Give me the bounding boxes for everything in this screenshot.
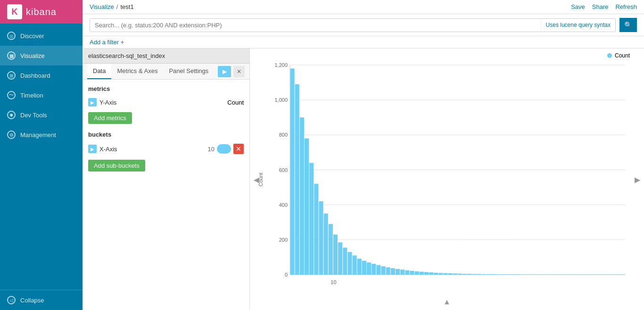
- metric-label: ▶ Y-Axis: [88, 98, 116, 106]
- tab-panel-settings[interactable]: Panel Settings: [163, 64, 214, 79]
- metric-expand-button[interactable]: ▶: [88, 98, 97, 106]
- bucket-expand-button[interactable]: ▶: [88, 145, 97, 153]
- y-axis-label: Y-Axis: [99, 99, 116, 106]
- logo-icon: K: [7, 4, 22, 19]
- share-button[interactable]: Share: [592, 3, 609, 10]
- grid-icon: ⊞: [7, 71, 16, 80]
- sidebar-item-label: Discover: [20, 33, 44, 40]
- sidebar-item-visualize[interactable]: ▦ Visualize: [0, 46, 83, 65]
- tab-actions: ▶ ✕: [218, 66, 245, 77]
- buckets-title: buckets: [88, 131, 244, 138]
- topbar: Visualize / test1 Save Share Refresh: [83, 0, 644, 14]
- bar-chart: [269, 58, 630, 291]
- gear-icon: ⚙: [7, 131, 16, 139]
- refresh-button[interactable]: Refresh: [615, 3, 637, 10]
- search-button[interactable]: 🔍: [619, 18, 637, 32]
- breadcrumb-current: test1: [120, 3, 133, 10]
- save-button[interactable]: Save: [571, 3, 585, 10]
- wrench-icon: ✱: [7, 111, 16, 119]
- chart-nav-left-button[interactable]: ◀: [254, 175, 259, 184]
- chart-area: ◀ ▶ Count Count ▲: [250, 49, 644, 310]
- run-button[interactable]: ▶: [218, 66, 231, 77]
- sidebar-item-discover[interactable]: ◎ Discover: [0, 26, 83, 46]
- chart-bottom-left-button[interactable]: ▲: [443, 298, 451, 306]
- panel-tabs: Data Metrics & Axes Panel Settings ▶ ✕: [83, 64, 249, 80]
- main-content: Visualize / test1 Save Share Refresh Use…: [83, 0, 644, 310]
- breadcrumb-visualize[interactable]: Visualize: [90, 3, 114, 10]
- sidebar-item-label: Management: [20, 131, 56, 139]
- legend-dot: [607, 53, 612, 58]
- topbar-actions: Save Share Refresh: [571, 3, 637, 10]
- sidebar-item-timelion[interactable]: 〜 Timelion: [0, 85, 83, 105]
- tab-data[interactable]: Data: [87, 64, 111, 79]
- bucket-row: ▶ X-Axis 10 ✕: [88, 142, 244, 156]
- bucket-label: ▶ X-Axis: [88, 145, 117, 153]
- wave-icon: 〜: [7, 91, 16, 99]
- logo-text: kibana: [26, 7, 57, 17]
- bar-chart-icon: ▦: [7, 51, 16, 60]
- close-button[interactable]: ✕: [233, 66, 245, 77]
- tab-metrics-axes[interactable]: Metrics & Axes: [111, 64, 163, 79]
- x-axis-label: X-Axis: [99, 146, 117, 153]
- content-area: elasticsearch-sql_test_index Data Metric…: [83, 49, 644, 310]
- sidebar-item-dashboard[interactable]: ⊞ Dashboard: [0, 65, 83, 85]
- metrics-title: metrics: [88, 85, 244, 92]
- sidebar-item-label: Timelion: [20, 92, 43, 99]
- bucket-controls: 10 ✕: [208, 144, 244, 154]
- sidebar-item-label: Dashboard: [20, 72, 50, 79]
- buckets-section: buckets ▶ X-Axis 10 ✕ Add sub-buckets: [88, 131, 244, 171]
- sidebar-item-label: Visualize: [20, 52, 45, 59]
- metric-row: ▶ Y-Axis Count: [88, 96, 244, 108]
- breadcrumb: Visualize / test1: [90, 3, 134, 10]
- add-filter-button[interactable]: Add a filter +: [90, 39, 124, 46]
- sidebar-footer-label: Collapse: [20, 297, 44, 304]
- compass-icon: ◎: [7, 32, 16, 40]
- sidebar-item-management[interactable]: ⚙ Management: [0, 125, 83, 145]
- bucket-count: 10: [208, 146, 215, 153]
- chart-bottom-nav: ▲: [443, 298, 451, 306]
- search-input-wrap: Uses lucene query syntax: [90, 18, 616, 32]
- index-name: elasticsearch-sql_test_index: [83, 49, 249, 64]
- sidebar-item-label: Dev Tools: [20, 112, 47, 119]
- bucket-toggle[interactable]: [217, 144, 231, 154]
- lucene-label: Uses lucene query syntax: [541, 19, 615, 31]
- panel-body: metrics ▶ Y-Axis Count Add metrics bucke…: [83, 80, 249, 310]
- filter-bar: Add a filter +: [83, 36, 644, 49]
- sidebar-item-devtools[interactable]: ✱ Dev Tools: [0, 105, 83, 125]
- breadcrumb-separator: /: [116, 3, 118, 10]
- bucket-delete-button[interactable]: ✕: [233, 144, 244, 154]
- add-sub-buckets-button[interactable]: Add sub-buckets: [88, 160, 145, 171]
- logo-area: K kibana: [0, 0, 83, 24]
- collapse-icon: ◁: [7, 296, 16, 304]
- left-panel: elasticsearch-sql_test_index Data Metric…: [83, 49, 250, 310]
- sidebar: K kibana ◎ Discover ▦ Visualize ⊞ Dashbo…: [0, 0, 83, 310]
- sidebar-collapse[interactable]: ◁ Collapse: [0, 290, 83, 310]
- chart-nav-right-button[interactable]: ▶: [635, 175, 640, 184]
- search-input[interactable]: [90, 19, 541, 32]
- y-axis-value: Count: [227, 99, 244, 106]
- add-metrics-button[interactable]: Add metrics: [88, 112, 132, 124]
- search-bar: Uses lucene query syntax 🔍: [83, 14, 644, 36]
- sidebar-nav: ◎ Discover ▦ Visualize ⊞ Dashboard 〜 Tim…: [0, 24, 83, 290]
